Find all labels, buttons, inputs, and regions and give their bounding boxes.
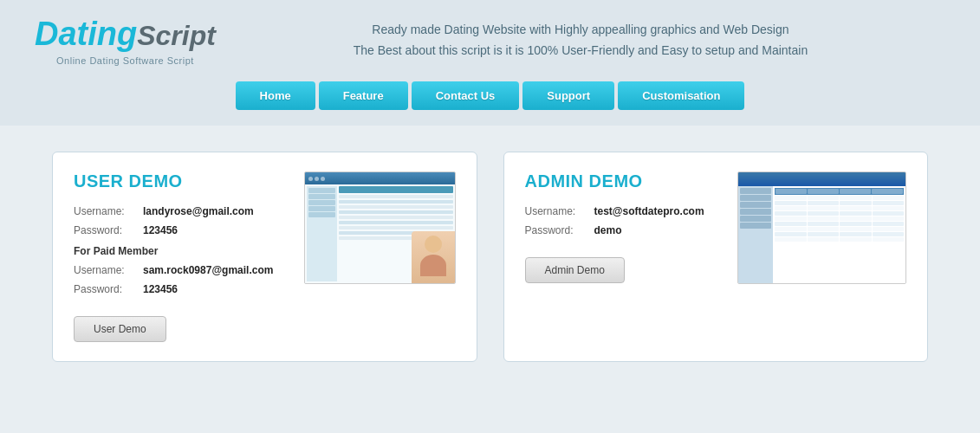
user-username-row: Username: landyrose@gmail.com xyxy=(74,205,290,217)
admin-password-label: Password: xyxy=(525,224,594,236)
person-image xyxy=(412,231,455,283)
admin-demo-button[interactable]: Admin Demo xyxy=(525,257,625,283)
nav-bar: Home Feature Contact Us Support Customis… xyxy=(0,81,980,126)
admin-password-value: demo xyxy=(594,224,622,236)
admin-demo-info: ADMIN DEMO Username: test@softdatepro.co… xyxy=(525,171,724,342)
user-password-value: 123456 xyxy=(143,224,178,236)
user-password-row: Password: 123456 xyxy=(74,224,290,236)
user-demo-info: USER DEMO Username: landyrose@gmail.com … xyxy=(74,171,290,342)
tagline-line1: Ready made Dating Website with Highly ap… xyxy=(242,20,919,41)
admin-username-label: Username: xyxy=(525,205,594,217)
paid-username-label: Username: xyxy=(74,264,143,276)
paid-password-label: Password: xyxy=(74,283,143,295)
user-demo-box: USER DEMO Username: landyrose@gmail.com … xyxy=(52,152,477,362)
header-tagline: Ready made Dating Website with Highly ap… xyxy=(216,20,945,61)
nav-feature[interactable]: Feature xyxy=(319,81,408,110)
paid-member-label: For Paid Member xyxy=(74,245,290,257)
user-demo-button[interactable]: User Demo xyxy=(74,316,166,342)
tagline-line2: The Best about this script is it is 100%… xyxy=(242,41,919,61)
admin-username-value: test@softdatepro.com xyxy=(594,205,704,217)
logo-script: Script xyxy=(137,20,216,51)
user-password-label: Password: xyxy=(74,224,143,236)
paid-username-row: Username: sam.rock0987@gmail.com xyxy=(74,264,290,276)
admin-demo-screenshot xyxy=(737,171,906,284)
paid-password-value: 123456 xyxy=(143,283,178,295)
admin-demo-box: ADMIN DEMO Username: test@softdatepro.co… xyxy=(503,152,929,362)
admin-username-row: Username: test@softdatepro.com xyxy=(525,205,724,217)
logo-subtitle: Online Dating Software Script xyxy=(56,55,194,66)
logo-area: DatingScript Online Dating Software Scri… xyxy=(35,16,216,66)
user-username-label: Username: xyxy=(74,205,143,217)
admin-password-row: Password: demo xyxy=(525,224,724,236)
logo-dating: Dating xyxy=(35,16,137,52)
user-username-value: landyrose@gmail.com xyxy=(143,205,254,217)
nav-support[interactable]: Support xyxy=(522,81,614,110)
paid-password-row: Password: 123456 xyxy=(74,283,290,295)
paid-username-value: sam.rock0987@gmail.com xyxy=(143,264,273,276)
header: DatingScript Online Dating Software Scri… xyxy=(0,0,980,81)
user-demo-screenshot xyxy=(304,171,456,284)
nav-contact[interactable]: Contact Us xyxy=(412,81,520,110)
admin-demo-title: ADMIN DEMO xyxy=(525,171,724,191)
nav-customisation[interactable]: Customisation xyxy=(618,81,744,110)
user-demo-title: USER DEMO xyxy=(74,171,290,191)
logo: DatingScript xyxy=(35,16,216,53)
nav-home[interactable]: Home xyxy=(236,81,315,110)
main-content: USER DEMO Username: landyrose@gmail.com … xyxy=(0,126,980,388)
